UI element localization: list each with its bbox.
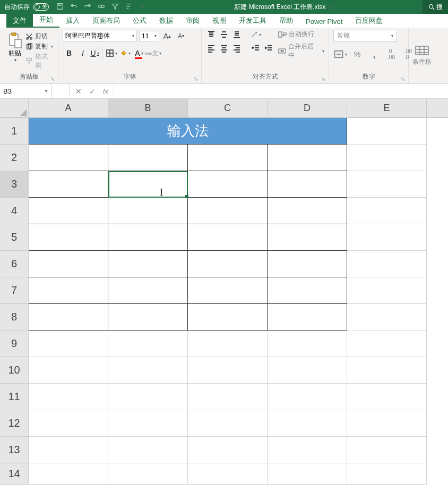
svg-rect-6 [12, 33, 16, 36]
cancel-icon[interactable]: ✕ [75, 87, 82, 96]
tab-review[interactable]: 审阅 [179, 14, 206, 28]
decrease-indent-icon[interactable] [251, 44, 261, 53]
sort-icon[interactable] [125, 3, 133, 12]
row-header-3[interactable]: 3 [0, 171, 29, 198]
svg-rect-17 [416, 46, 428, 55]
increase-decimal-icon[interactable]: .0.00 [384, 48, 398, 60]
italic-button[interactable]: I [76, 47, 89, 59]
align-left-icon[interactable] [206, 44, 217, 53]
font-launcher-icon[interactable]: ⤡ [194, 76, 200, 82]
clipboard-launcher-icon[interactable]: ⤡ [50, 76, 57, 82]
row-header-2[interactable]: 2 [0, 145, 29, 171]
title-bar: 自动保存 关 ▼ 新建 Microsoft Excel 工作表.xlsx ▼ 搜 [0, 0, 448, 14]
merge-center-button[interactable]: 合并后居中▾ [278, 42, 324, 60]
tab-home[interactable]: 开始 [33, 13, 59, 28]
filter-icon[interactable] [111, 3, 119, 12]
search-button[interactable]: 搜 [423, 0, 448, 14]
bold-button[interactable]: B [63, 47, 75, 59]
row-header-4[interactable]: 4 [0, 198, 29, 224]
tab-page-layout[interactable]: 页面布局 [86, 14, 126, 28]
undo-icon[interactable] [70, 3, 77, 12]
select-all-corner[interactable] [0, 99, 29, 117]
row-header-6[interactable]: 6 [0, 251, 29, 277]
font-name-select[interactable]: 阿里巴巴普惠体▾ [63, 30, 137, 42]
border-button[interactable]: ▾ [105, 47, 118, 59]
col-header-B[interactable]: B [108, 99, 188, 117]
row-header-7[interactable]: 7 [0, 277, 29, 304]
col-header-A[interactable]: A [29, 99, 108, 117]
align-center-icon[interactable] [219, 44, 229, 53]
merged-cell-A1-D1[interactable]: 输入法 [29, 118, 347, 145]
row-header-11[interactable]: 11 [0, 384, 29, 410]
group-label-alignment: 对齐方式 [206, 72, 324, 82]
paste-button[interactable]: 粘贴 ▼ [4, 30, 25, 65]
orientation-icon[interactable]: ▾ [251, 30, 261, 39]
svg-rect-1 [58, 3, 61, 5]
align-middle-icon[interactable] [219, 30, 229, 39]
tab-powerpivot[interactable]: Power Pivot [299, 15, 349, 28]
tab-data[interactable]: 数据 [153, 14, 179, 28]
row-header-8[interactable]: 8 [0, 304, 29, 331]
percent-format-icon[interactable]: % [350, 48, 364, 60]
font-size-select[interactable]: 11▾ [139, 31, 159, 41]
svg-point-2 [99, 5, 101, 7]
col-header-C[interactable]: C [188, 99, 268, 117]
group-font: 阿里巴巴普惠体▾ 11▾ A▴ A▾ B I U▾ ▾ ▾ A▾ wén文▾ 字… [58, 28, 202, 83]
tab-help[interactable]: 帮助 [273, 14, 299, 28]
link-icon[interactable] [98, 3, 105, 12]
tab-insert[interactable]: 插入 [59, 14, 86, 28]
text-cursor-icon: I [160, 187, 163, 198]
group-number: 常规▾ ▾ % , .0.00 .00.0 数字 ⤡ [329, 28, 409, 83]
copy-button[interactable]: 复制▾ [25, 42, 54, 51]
wrap-text-button[interactable]: 自动换行 [278, 30, 324, 39]
decrease-font-icon[interactable]: A▾ [175, 30, 187, 42]
save-icon[interactable] [56, 3, 64, 12]
accounting-format-icon[interactable]: ▾ [333, 48, 347, 60]
phonetic-button[interactable]: wén文▾ [147, 47, 159, 59]
align-top-icon[interactable] [206, 30, 217, 39]
row-header-12[interactable]: 12 [0, 410, 29, 437]
group-alignment: ▾ 自动换行 合并后居中▾ 对齐方式 ⤡ [202, 28, 329, 83]
font-color-button[interactable]: A▾ [133, 47, 145, 59]
group-label-font: 字体 [63, 72, 197, 82]
fx-icon[interactable]: fx [103, 87, 108, 95]
cut-button[interactable]: 剪切 [25, 32, 54, 41]
row-header-14[interactable]: 14 [0, 463, 29, 485]
row-header-13[interactable]: 13 [0, 437, 29, 463]
row-header-10[interactable]: 10 [0, 357, 29, 384]
redo-icon[interactable] [84, 3, 91, 12]
comma-format-icon[interactable]: , [367, 48, 381, 60]
row-header-5[interactable]: 5 [0, 224, 29, 251]
formula-input[interactable] [114, 84, 448, 98]
tab-view[interactable]: 视图 [206, 14, 232, 28]
tab-baidu[interactable]: 百度网盘 [349, 14, 389, 28]
name-box[interactable]: B3▼ [0, 84, 52, 98]
autosave-toggle[interactable]: 关 [33, 3, 49, 11]
svg-point-4 [429, 5, 433, 9]
tab-developer[interactable]: 开发工具 [232, 14, 273, 28]
qat-dropdown-icon[interactable]: ▼ [140, 5, 144, 10]
tab-formulas[interactable]: 公式 [126, 14, 153, 28]
underline-button[interactable]: U▾ [90, 47, 103, 59]
format-painter-button[interactable]: 格式刷 [25, 52, 54, 70]
quick-access-toolbar: ▼ [56, 3, 144, 12]
increase-font-icon[interactable]: A▴ [161, 30, 173, 42]
align-bottom-icon[interactable] [231, 30, 242, 39]
col-header-D[interactable]: D [268, 99, 347, 117]
conditional-formatting-button[interactable]: 条件格 [412, 45, 432, 66]
autosave-label: 自动保存 [4, 3, 30, 12]
number-launcher-icon[interactable]: ⤡ [401, 76, 407, 82]
group-label-number: 数字 [333, 72, 404, 82]
cells-area[interactable]: 输入法 I [29, 118, 448, 485]
align-right-icon[interactable] [231, 44, 242, 53]
number-format-select[interactable]: 常规▾ [333, 30, 397, 42]
row-header-9[interactable]: 9 [0, 331, 29, 357]
row-header-1[interactable]: 1 [0, 118, 29, 145]
enter-icon[interactable]: ✓ [89, 87, 96, 96]
increase-indent-icon[interactable] [263, 44, 274, 53]
alignment-launcher-icon[interactable]: ⤡ [321, 76, 328, 82]
tab-file[interactable]: 文件 [6, 14, 33, 28]
svg-rect-12 [27, 58, 32, 61]
col-header-E[interactable]: E [347, 99, 427, 117]
fill-color-button[interactable]: ▾ [119, 47, 132, 59]
